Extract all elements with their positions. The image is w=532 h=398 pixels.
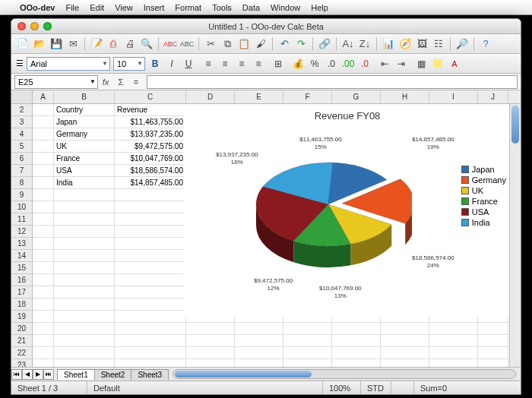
cell[interactable] <box>33 250 54 262</box>
navigator-icon[interactable]: 🧭 <box>398 37 412 51</box>
column-header[interactable]: B <box>54 90 115 103</box>
cell[interactable]: UK <box>54 141 115 153</box>
sum-button[interactable]: Σ <box>113 75 128 89</box>
cell[interactable] <box>235 359 283 367</box>
row-header[interactable]: 4 <box>11 128 32 141</box>
cell[interactable] <box>54 323 115 335</box>
cell[interactable] <box>235 335 283 347</box>
row-header[interactable]: 16 <box>11 274 32 286</box>
column-header[interactable]: H <box>381 90 429 103</box>
cell[interactable] <box>33 177 54 189</box>
align-left-button[interactable]: ≡ <box>201 57 215 71</box>
cell[interactable] <box>33 201 54 213</box>
print-icon[interactable]: 🖨 <box>123 37 137 51</box>
row-header[interactable]: 9 <box>11 189 32 201</box>
menu-insert[interactable]: Insert <box>144 3 165 12</box>
cell[interactable]: Revenue <box>115 104 186 116</box>
sort-desc-icon[interactable]: Z↓ <box>358 37 372 51</box>
cell[interactable] <box>115 286 186 298</box>
cell[interactable] <box>115 250 186 262</box>
menu-window[interactable]: Window <box>271 3 300 12</box>
row-header[interactable]: 22 <box>11 347 32 359</box>
horizontal-scrollbar[interactable] <box>173 369 516 379</box>
cell[interactable] <box>332 359 381 367</box>
paintbrush-icon[interactable]: 🖌 <box>254 37 268 51</box>
row-header[interactable]: 13 <box>11 238 32 250</box>
tab-prev-button[interactable]: ◀ <box>22 369 33 380</box>
cell[interactable] <box>115 226 186 238</box>
cell[interactable]: $18,586,574.00 <box>115 165 186 177</box>
column-header[interactable]: F <box>283 90 332 103</box>
cell[interactable] <box>33 238 54 250</box>
cut-icon[interactable]: ✂ <box>204 37 217 51</box>
vertical-scrollbar[interactable] <box>509 104 521 367</box>
cell[interactable] <box>115 262 186 274</box>
cell[interactable] <box>33 189 54 201</box>
name-box[interactable]: E25▼ <box>14 75 98 89</box>
cell[interactable] <box>429 359 478 367</box>
cell[interactable] <box>186 359 235 367</box>
cell[interactable] <box>54 359 115 367</box>
cell[interactable]: $14,857,485.00 <box>115 177 186 189</box>
cell[interactable] <box>429 323 478 335</box>
chart-icon[interactable]: 📊 <box>382 37 395 51</box>
row-header[interactable]: 5 <box>11 141 32 153</box>
borders-button[interactable]: ▦ <box>414 57 428 71</box>
cell[interactable]: $11,463,755.00 <box>115 116 186 128</box>
cell[interactable] <box>54 286 115 298</box>
cell[interactable] <box>54 238 115 250</box>
cell[interactable] <box>33 116 54 128</box>
cell[interactable] <box>429 347 478 359</box>
sheet-tab[interactable]: Sheet1 <box>57 369 95 380</box>
cell[interactable] <box>115 238 186 250</box>
menu-edit[interactable]: Edit <box>90 3 104 12</box>
row-header[interactable]: 17 <box>11 286 32 298</box>
redo-icon[interactable]: ↷ <box>294 37 308 51</box>
cell[interactable] <box>283 323 332 335</box>
add-decimal-button[interactable]: .00 <box>341 57 355 71</box>
cell[interactable] <box>429 335 478 347</box>
cell[interactable] <box>115 359 186 367</box>
cell[interactable] <box>33 298 54 311</box>
mac-app-name[interactable]: OOo-dev <box>20 3 55 12</box>
column-header[interactable]: E <box>235 90 283 103</box>
cell[interactable] <box>186 347 235 359</box>
cell[interactable]: Country <box>54 104 115 116</box>
cell[interactable] <box>235 323 283 335</box>
decrease-indent-button[interactable]: ⇤ <box>378 57 391 71</box>
fontcolor-button[interactable]: A <box>448 57 461 71</box>
equals-button[interactable]: = <box>128 75 144 89</box>
cell[interactable] <box>54 189 115 201</box>
status-zoom[interactable]: 100% <box>323 381 361 394</box>
cell[interactable] <box>332 347 381 359</box>
column-header[interactable]: J <box>478 90 508 103</box>
number-button[interactable]: .0 <box>325 57 338 71</box>
cell[interactable] <box>54 298 115 311</box>
embedded-chart[interactable]: Revenue FY08 JapanGermanyUKFranceUSAIndi… <box>184 104 511 317</box>
column-header[interactable]: C <box>115 90 186 103</box>
row-header[interactable]: 8 <box>11 177 32 189</box>
cell[interactable] <box>33 335 54 347</box>
titlebar[interactable]: Untitled 1 - OOo-dev Calc Beta <box>11 19 521 34</box>
paste-icon[interactable]: 📋 <box>237 37 251 51</box>
column-header[interactable]: G <box>332 90 381 103</box>
cell[interactable]: $9,472,575.00 <box>115 141 186 153</box>
cell[interactable] <box>54 250 115 262</box>
cell[interactable] <box>478 347 508 359</box>
open-icon[interactable]: 📂 <box>33 37 46 51</box>
row-header[interactable]: 15 <box>11 262 32 274</box>
sheet-tab[interactable]: Sheet3 <box>131 369 169 380</box>
status-mode[interactable]: STD <box>361 381 391 394</box>
datasources-icon[interactable]: ☷ <box>432 37 445 51</box>
row-header[interactable]: 12 <box>11 226 32 238</box>
increase-indent-button[interactable]: ⇥ <box>394 57 408 71</box>
percent-button[interactable]: % <box>308 57 321 71</box>
cell[interactable] <box>332 335 381 347</box>
row-header[interactable]: 14 <box>11 250 32 262</box>
gallery-icon[interactable]: 🖼 <box>415 37 429 51</box>
pdf-icon[interactable]: ⎙ <box>106 37 120 51</box>
cell[interactable] <box>33 165 54 177</box>
cell[interactable] <box>33 128 54 141</box>
align-center-button[interactable]: ≡ <box>218 57 232 71</box>
cell[interactable]: USA <box>54 165 115 177</box>
